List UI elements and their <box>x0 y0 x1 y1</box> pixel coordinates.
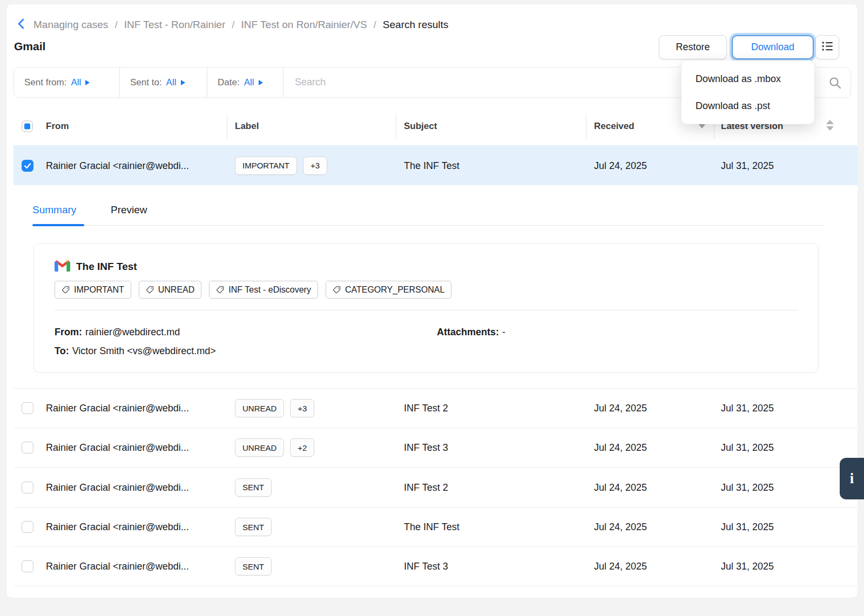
filter-sent-from[interactable]: Sent from: All <box>14 67 119 97</box>
label-badge: SENT <box>235 557 272 576</box>
table-row[interactable]: Rainier Gracial <rainier@webdi... UNREAD… <box>14 388 858 428</box>
row-checkbox-checked[interactable] <box>22 160 33 172</box>
chevron-right-icon <box>259 80 263 85</box>
row-received: Jul 24, 2025 <box>594 522 647 533</box>
breadcrumb-item[interactable]: INF Test on Ron/Rainier/VS <box>241 19 367 31</box>
sort-desc-icon[interactable] <box>698 124 706 128</box>
filter-label: Date: <box>218 77 240 88</box>
row-from: Rainier Gracial <rainier@webdi... <box>46 522 189 533</box>
message-title: The INF Test <box>76 261 137 273</box>
divider <box>586 114 586 139</box>
label-chip: INF Test - eDiscovery <box>209 281 318 299</box>
column-header-received[interactable]: Received <box>594 121 634 132</box>
column-header-label[interactable]: Label <box>235 121 259 132</box>
row-checkbox[interactable] <box>22 442 33 453</box>
table-row[interactable]: Rainier Gracial <rainier@webdi... SENT T… <box>14 507 858 546</box>
divider <box>227 114 227 139</box>
breadcrumb-item[interactable]: INF Test - Ron/Rainier <box>124 19 226 31</box>
row-received: Jul 24, 2025 <box>594 482 647 493</box>
menu-item-download-pst[interactable]: Download as .pst <box>681 92 814 119</box>
label-badge: UNREAD <box>235 438 284 457</box>
tag-icon <box>146 286 154 294</box>
row-latest: Jul 31, 2025 <box>721 561 774 572</box>
select-all-checkbox[interactable] <box>22 121 33 132</box>
bulleted-list-icon <box>821 40 834 55</box>
divider <box>14 586 858 586</box>
label-badge: SENT <box>235 478 272 497</box>
label-badge: IMPORTANT <box>235 157 297 175</box>
breadcrumb-separator: / <box>374 19 376 31</box>
message-to: To:Victor Smith <vs@webdirect.md> <box>55 346 216 357</box>
label-count-badge: +3 <box>290 399 314 417</box>
filter-date[interactable]: Date: All <box>207 67 283 97</box>
table-row[interactable]: Rainier Gracial <rainier@webdi... IMPORT… <box>14 145 858 185</box>
message-from: From:rainier@webdirect.md <box>55 327 180 338</box>
menu-item-download-mbox[interactable]: Download as .mbox <box>681 65 814 92</box>
row-subject: INF Test 2 <box>404 482 448 493</box>
label-chip: IMPORTANT <box>55 281 131 299</box>
column-header-from[interactable]: From <box>46 121 69 132</box>
info-icon: i <box>850 470 854 487</box>
download-button[interactable]: Download <box>732 35 814 59</box>
row-subject: INF Test 2 <box>404 403 448 414</box>
page-title: Gmail <box>14 40 45 53</box>
label-count-badge: +3 <box>303 157 327 175</box>
row-from: Rainier Gracial <rainier@webdi... <box>46 482 189 493</box>
row-from: Rainier Gracial <rainier@webdi... <box>46 442 189 453</box>
row-from: Rainier Gracial <rainier@webdi... <box>46 403 189 414</box>
divider <box>55 310 798 310</box>
row-subject: The INF Test <box>404 522 460 533</box>
label-chips: IMPORTANT UNREAD INF Test - eDiscovery C… <box>55 281 451 299</box>
filter-label: Sent to: <box>130 77 162 88</box>
row-latest: Jul 31, 2025 <box>721 482 774 493</box>
row-latest: Jul 31, 2025 <box>721 522 774 533</box>
download-menu: Download as .mbox Download as .pst <box>681 60 814 124</box>
label-count-badge: +2 <box>290 438 314 457</box>
tag-icon <box>216 286 224 294</box>
breadcrumb-item[interactable]: Managing cases <box>33 19 108 31</box>
breadcrumb-separator: / <box>232 19 234 31</box>
filter-value: All <box>166 77 177 88</box>
message-attachments: Attachments:- <box>437 327 505 338</box>
chevron-right-icon <box>85 80 90 85</box>
filter-label: Sent from: <box>24 77 66 88</box>
list-view-button[interactable] <box>815 35 839 59</box>
row-checkbox[interactable] <box>22 482 33 493</box>
row-checkbox[interactable] <box>22 521 33 533</box>
table-row[interactable]: Rainier Gracial <rainier@webdi... SENT I… <box>14 467 858 507</box>
row-latest: Jul 31, 2025 <box>721 403 774 414</box>
row-checkbox[interactable] <box>22 402 33 414</box>
filter-value: All <box>71 77 81 88</box>
column-header-subject[interactable]: Subject <box>404 121 437 132</box>
table-row[interactable]: Rainier Gracial <rainier@webdi... SENT I… <box>14 546 858 586</box>
restore-button[interactable]: Restore <box>659 35 727 59</box>
label-chip: CATEGORY_PERSONAL <box>326 281 451 299</box>
row-received: Jul 24, 2025 <box>594 160 647 171</box>
row-checkbox[interactable] <box>22 560 33 572</box>
filter-value: All <box>244 77 254 88</box>
search-input[interactable] <box>284 77 680 88</box>
table-row[interactable]: Rainier Gracial <rainier@webdi... UNREAD… <box>14 428 858 467</box>
label-chip: UNREAD <box>139 281 202 299</box>
breadcrumb-separator: / <box>114 19 117 31</box>
breadcrumb: Managing cases / INF Test - Ron/Rainier … <box>16 17 448 32</box>
row-received: Jul 24, 2025 <box>594 403 647 414</box>
tag-icon <box>62 286 70 294</box>
row-subject: INF Test 3 <box>404 561 448 572</box>
info-button[interactable]: i <box>840 458 864 499</box>
tab-preview[interactable]: Preview <box>111 204 147 216</box>
row-subject: The INF Test <box>404 160 460 171</box>
label-badge: UNREAD <box>235 399 284 417</box>
chevron-right-icon <box>181 80 185 85</box>
search-icon[interactable] <box>828 76 842 92</box>
row-latest: Jul 31, 2025 <box>721 160 774 171</box>
breadcrumb-current: Search results <box>383 19 448 31</box>
filter-sent-to[interactable]: Sent to: All <box>120 67 207 97</box>
tag-icon <box>333 286 341 294</box>
divider <box>32 225 825 226</box>
sort-icon[interactable] <box>826 120 834 131</box>
row-latest: Jul 31, 2025 <box>721 442 774 453</box>
back-button[interactable] <box>16 17 26 33</box>
tab-summary[interactable]: Summary <box>32 204 76 216</box>
label-badge: SENT <box>235 518 272 536</box>
